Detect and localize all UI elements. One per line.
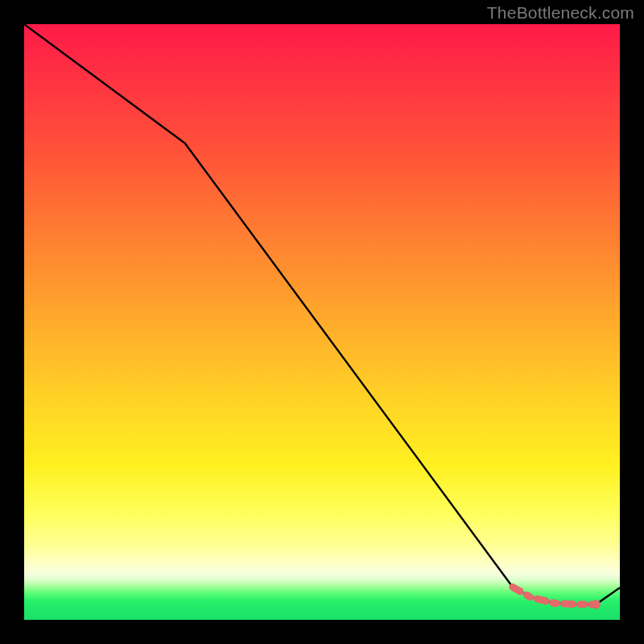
- gradient-plot-area: [24, 24, 620, 620]
- line-overlay: [24, 24, 620, 620]
- end-dot: [592, 600, 601, 609]
- chart-frame: TheBottleneck.com: [0, 0, 644, 644]
- watermark-text: TheBottleneck.com: [487, 3, 634, 23]
- highlight-dashed-segment: [513, 587, 597, 604]
- main-curve: [24, 24, 620, 605]
